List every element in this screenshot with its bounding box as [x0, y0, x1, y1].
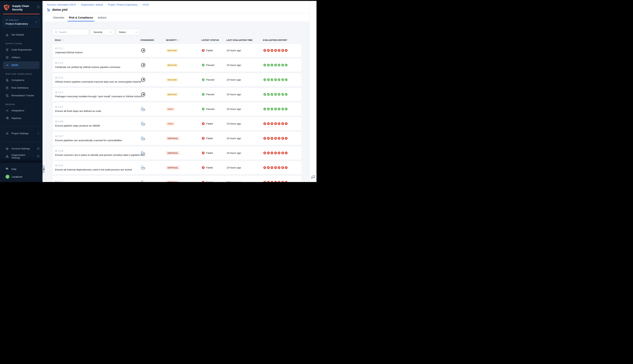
status-text: Passed [206, 108, 214, 110]
cis-icon: CIS [141, 180, 146, 182]
severity-badge: MEDIUM [166, 63, 178, 67]
sidebar-item-artifacts[interactable]: Artifacts [0, 54, 42, 61]
evaluation-history [260, 49, 302, 52]
x-circle-icon [202, 181, 205, 182]
status-filter-dropdown[interactable]: Status [116, 29, 140, 35]
search-input[interactable] [59, 31, 87, 34]
tab-label: Actions [98, 16, 106, 19]
sidebar-item-get-started[interactable]: Get Started [0, 31, 42, 39]
column-label: SEVERITY [166, 39, 177, 41]
table-row[interactable]: Id: 2.3.7 Ensure pipelines are automatic… [52, 132, 302, 145]
sidebar-item-remediation-tracker[interactable]: Remediation Tracker [0, 92, 42, 100]
x-circle-icon [263, 122, 266, 125]
sidebar-item-label: Account Settings [11, 147, 30, 150]
table-row[interactable]: Id: 2.1.1 Unpinned GitHub Actions MEDIUM… [52, 44, 302, 57]
check-circle-icon [202, 93, 205, 96]
check-circle-icon [285, 108, 288, 110]
breadcrumb-link-cicd[interactable]: CI/CD [142, 3, 149, 6]
cicd-icon [6, 64, 9, 67]
pipeline-graph-icon [47, 8, 51, 12]
column-header-standards[interactable]: STANDARDS [138, 39, 163, 41]
rule-name: Ensure scanners are in place to identify… [55, 154, 138, 156]
status-text: Passed [206, 64, 214, 66]
sidebar-item-label: Integrations [11, 109, 24, 112]
evaluation-time: 23 hours ago [224, 49, 260, 52]
breadcrumb-link-project[interactable]: Project: Product Exploratory [108, 3, 138, 6]
info-icon [37, 155, 40, 158]
x-circle-icon [202, 49, 205, 52]
severity-filter-dropdown[interactable]: Severity [91, 29, 114, 35]
table-row[interactable]: Id: 3.1.7 CIS CRITICAL Failed 23 hours a… [52, 176, 302, 182]
x-circle-icon [263, 181, 266, 182]
x-circle-icon [278, 181, 280, 182]
app-title: Supply Chain Security [12, 4, 32, 11]
sidebar-item-rule-definitions[interactable]: Rule Definitions [0, 84, 42, 92]
sidebar-item-label: Project Settings [11, 132, 29, 135]
check-circle-icon [267, 108, 270, 110]
sidebar-item-code-repositories[interactable]: Code Repositories [0, 46, 42, 54]
sidebar-item-ci-cd[interactable]: CI/CD [3, 61, 40, 69]
chat-bubbles-icon[interactable] [311, 175, 316, 180]
column-header-severity[interactable]: SEVERITY [163, 39, 199, 41]
table-row[interactable]: Id: 2.4.6 Ensure pipeline steps produce … [52, 117, 302, 130]
rule-id: Id: 2.4.6 [55, 120, 138, 123]
sidebar-collapse-handle[interactable] [42, 165, 45, 174]
sidebar-item-account-settings[interactable]: Account Settings [0, 145, 42, 152]
rule-id: Id: 2.3.8 [55, 150, 138, 152]
table-row[interactable]: Id: 2.1.3 GitHub Actions pipeline comman… [52, 73, 302, 86]
x-circle-icon [274, 152, 277, 154]
x-circle-icon [267, 152, 270, 154]
column-header-rule[interactable]: RULE [55, 39, 138, 41]
table-row[interactable]: Id: 2.4.2 Ensure all external dependenci… [52, 161, 302, 174]
project-selector[interactable]: PROJECT Product Exploratory [3, 17, 40, 28]
x-circle-icon [274, 166, 277, 169]
column-header-latest-status[interactable]: LATEST STATUS [199, 39, 224, 41]
user-menu[interactable]: L Lavakush [0, 173, 42, 180]
sidebar-item-organization-settings[interactable]: Organization Settings [0, 152, 42, 160]
sidebar-item-project-settings[interactable]: Project Settings [0, 130, 42, 137]
severity-badge: CRITICAL [166, 136, 180, 140]
page-header: Account: Automation-SSCA Organization: d… [42, 1, 316, 13]
evaluation-history [260, 122, 302, 125]
rule-name: Ensure all external dependencies used in… [55, 168, 138, 171]
help-icon: ? [6, 167, 9, 171]
rule-id: Id: 2.1.4 [55, 91, 138, 94]
table-row[interactable]: Id: 2.1.4 Packages insecurely installed … [52, 88, 302, 101]
x-circle-icon [281, 122, 284, 125]
breadcrumb-separator-icon [104, 4, 106, 6]
x-circle-icon [278, 166, 280, 169]
remediation-icon [6, 94, 9, 97]
x-circle-icon [281, 181, 284, 182]
sidebar: Supply Chain Security PROJECT Product Ex… [0, 1, 42, 182]
sort-icon [62, 39, 64, 41]
breadcrumb-link-organization[interactable]: Organization: default [81, 3, 103, 6]
main-area: Account: Automation-SSCA Organization: d… [42, 1, 316, 182]
evaluation-time: 23 hours ago [224, 152, 260, 154]
x-circle-icon [270, 181, 274, 182]
app-grid-icon[interactable] [37, 5, 40, 8]
x-circle-icon [267, 122, 270, 125]
org-settings-icon [6, 155, 9, 158]
sidebar-item-help[interactable]: ? Help [0, 165, 42, 173]
tab-overview[interactable]: Overview [52, 16, 66, 22]
column-header-last-evaluation-time[interactable]: LAST EVALUATION TIME [224, 39, 260, 41]
sidebar-item-integrations[interactable]: Integrations [0, 107, 42, 114]
table-row[interactable]: Id: 2.3.1 Ensure all build steps are def… [52, 102, 302, 116]
x-circle-icon [285, 122, 288, 125]
x-circle-icon [274, 181, 277, 182]
artifacts-icon [6, 56, 9, 59]
column-label: RULE [55, 39, 61, 41]
column-header-evaluation-history[interactable]: EVALUATION HISTORY [260, 39, 302, 41]
supply-chain-shield-logo-icon [3, 4, 10, 11]
sidebar-item-compliance[interactable]: Compliance [0, 76, 42, 84]
sidebar-item-pipelines[interactable]: Pipelines [0, 114, 42, 122]
tab-actions[interactable]: Actions [96, 16, 108, 22]
tab-risk-compliance[interactable]: Risk & Compliance [68, 16, 94, 22]
rule-id: Id: 3.1.7 [55, 180, 138, 182]
table-row[interactable]: Id: 2.1.2 Certificate not verified by Gi… [52, 58, 302, 72]
x-circle-icon [270, 49, 274, 52]
breadcrumb-link-account[interactable]: Account: Automation-SSCA [47, 3, 76, 6]
avatar: L [6, 175, 10, 179]
check-circle-icon [263, 108, 266, 110]
table-row[interactable]: Id: 2.3.8 Ensure scanners are in place t… [52, 146, 302, 160]
